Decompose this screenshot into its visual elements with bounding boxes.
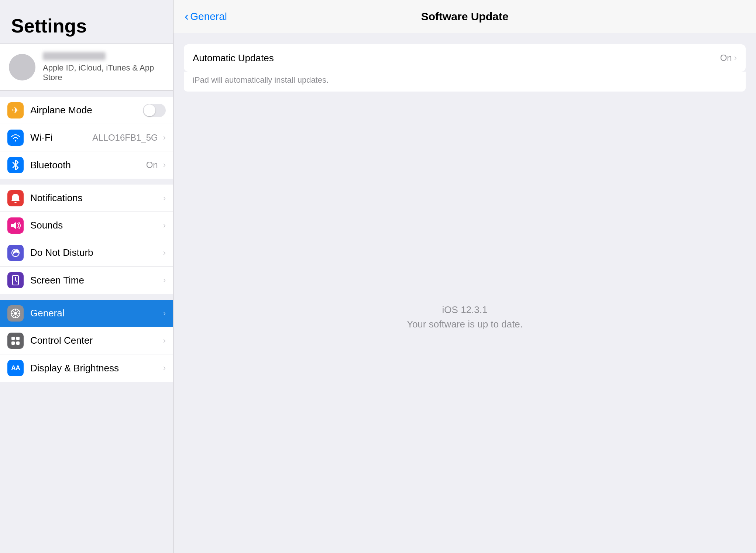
avatar [9, 54, 35, 80]
control-center-label: Control Center [30, 335, 161, 346]
sidebar-item-notifications[interactable]: Notifications › [0, 185, 173, 212]
automatic-updates-subtitle: iPad will automatically install updates. [184, 72, 746, 92]
back-chevron-icon: ‹ [185, 9, 189, 23]
general-group: General › Control Center › AA Display & … [0, 300, 173, 382]
svg-rect-6 [16, 337, 20, 340]
settings-title: Settings [11, 15, 87, 37]
wifi-value: ALLO16FB1_5G [92, 133, 158, 143]
bluetooth-value: On [146, 160, 158, 170]
connectivity-group: ✈ Airplane Mode Wi-Fi ALLO16FB1_5G › [0, 97, 173, 179]
airplane-mode-label: Airplane Mode [30, 104, 143, 116]
do-not-disturb-label: Do Not Disturb [30, 247, 161, 258]
svg-rect-8 [16, 341, 20, 345]
bluetooth-icon [7, 157, 24, 173]
back-button[interactable]: ‹ General [185, 10, 227, 23]
sounds-icon [7, 217, 24, 234]
automatic-updates-card: Automatic Updates On › [184, 44, 746, 72]
account-row[interactable]: Apple ID, iCloud, iTunes & App Store [0, 44, 173, 91]
ios-uptodate-text: Your software is up to date. [407, 319, 523, 330]
back-label: General [190, 11, 227, 23]
screen-time-chevron-icon: › [163, 275, 166, 285]
sidebar-item-airplane-mode[interactable]: ✈ Airplane Mode [0, 97, 173, 124]
account-name-blurred [43, 52, 106, 60]
display-brightness-label: Display & Brightness [30, 363, 161, 374]
control-center-chevron-icon: › [163, 336, 166, 346]
screen-time-icon [7, 272, 24, 288]
wifi-icon [7, 130, 24, 146]
do-not-disturb-icon [7, 245, 24, 261]
sidebar-item-control-center[interactable]: Control Center › [0, 327, 173, 354]
sidebar: Settings Apple ID, iCloud, iTunes & App … [0, 0, 173, 553]
notifications-icon [7, 190, 24, 206]
wifi-label: Wi-Fi [30, 132, 92, 143]
screen-time-label: Screen Time [30, 275, 161, 286]
main-panel: ‹ General Software Update Automatic Upda… [173, 0, 756, 553]
automatic-updates-label: Automatic Updates [193, 52, 720, 64]
page-title: Software Update [421, 10, 509, 23]
sidebar-item-display-brightness[interactable]: AA Display & Brightness › [0, 354, 173, 382]
general-label: General [30, 308, 161, 319]
display-brightness-icon: AA [7, 360, 24, 376]
sidebar-item-do-not-disturb[interactable]: Do Not Disturb › [0, 239, 173, 267]
sidebar-item-screen-time[interactable]: Screen Time › [0, 267, 173, 294]
display-brightness-chevron-icon: › [163, 363, 166, 373]
sidebar-item-wifi[interactable]: Wi-Fi ALLO16FB1_5G › [0, 124, 173, 151]
ios-version-area: iOS 12.3.1 Your software is up to date. [184, 92, 746, 542]
control-center-icon [7, 333, 24, 349]
automatic-updates-value: On [720, 53, 732, 63]
bluetooth-label: Bluetooth [30, 159, 146, 171]
wifi-chevron-icon: › [163, 133, 166, 142]
svg-rect-5 [11, 337, 15, 340]
svg-rect-1 [11, 224, 13, 227]
main-content: Automatic Updates On › iPad will automat… [173, 33, 756, 553]
ios-version-text: iOS 12.3.1 [442, 304, 488, 316]
sounds-label: Sounds [30, 220, 161, 231]
main-header: ‹ General Software Update [173, 0, 756, 33]
sidebar-item-bluetooth[interactable]: Bluetooth On › [0, 151, 173, 179]
general-chevron-icon: › [163, 309, 166, 318]
account-info: Apple ID, iCloud, iTunes & App Store [43, 52, 164, 82]
system-group: Notifications › Sounds › D [0, 185, 173, 294]
bluetooth-chevron-icon: › [163, 160, 166, 170]
airplane-mode-toggle[interactable] [143, 104, 166, 117]
sidebar-header: Settings [0, 0, 173, 44]
automatic-updates-row[interactable]: Automatic Updates On › [184, 44, 746, 72]
sidebar-item-sounds[interactable]: Sounds › [0, 212, 173, 239]
svg-rect-7 [11, 341, 15, 345]
airplane-mode-icon: ✈ [7, 102, 24, 118]
sidebar-item-general[interactable]: General › [0, 300, 173, 327]
do-not-disturb-chevron-icon: › [163, 248, 166, 258]
notifications-label: Notifications [30, 192, 161, 204]
sounds-chevron-icon: › [163, 221, 166, 230]
toggle-knob [144, 104, 155, 116]
general-icon [7, 305, 24, 322]
account-subtitle: Apple ID, iCloud, iTunes & App Store [43, 63, 164, 82]
notifications-chevron-icon: › [163, 193, 166, 203]
automatic-updates-chevron-icon: › [734, 53, 737, 63]
svg-point-4 [14, 312, 17, 315]
